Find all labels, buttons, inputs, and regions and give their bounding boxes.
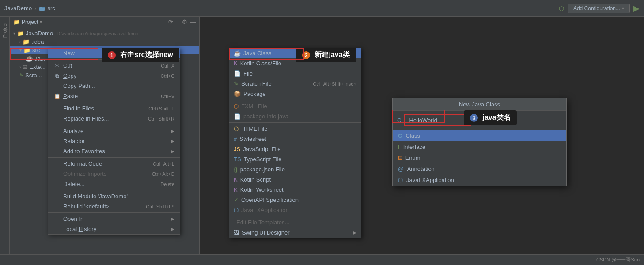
ctx-sep-6 [48, 212, 180, 213]
hide-icon[interactable]: — [190, 19, 196, 25]
submenu-package-left: 📦 Package [234, 91, 266, 97]
ctx-replace-label: Replace in Files... [63, 115, 109, 122]
ctx-reformat-label: Reformat Code [63, 160, 102, 167]
class-name-input[interactable] [406, 116, 468, 125]
submenu-ts-label: TypeScript File [244, 156, 282, 163]
submenu-package-label: Package [243, 91, 266, 97]
submenu-item-swing[interactable]: 🖼 Swing UI Designer ▶ [229, 227, 361, 238]
ctx-copy-left: ⧉ Copy [53, 72, 76, 79]
ctx-item-reformat[interactable]: Reformat Code Ctrl+Alt+L [48, 159, 180, 169]
ctx-optimize-shortcut: Ctrl+Alt+O [152, 171, 174, 177]
submenu-item-kotlin-ws[interactable]: K Kotlin Worksheet [229, 185, 361, 195]
submenu-javafxapp-left: ⬡ JavaFXApplication [234, 207, 289, 213]
dialog-item-javafx[interactable]: ⬡ JavaFXApplication [393, 174, 566, 186]
settings-icon[interactable]: ⚙ [182, 19, 187, 25]
ctx-rebuild-shortcut: Ctrl+Shift+F9 [146, 204, 174, 209]
submenu-html-label: HTML File [241, 125, 267, 132]
ctx-item-paste[interactable]: 📋 Paste Ctrl+V [48, 91, 180, 101]
ctx-refactor-label: Refactor [63, 138, 85, 144]
submenu-file-left: 📄 File [234, 70, 253, 77]
ctx-item-find[interactable]: Find in Files... Ctrl+Shift+F [48, 103, 180, 114]
ctx-paste-label: Paste [63, 93, 78, 99]
tree-item-idea[interactable]: › 📁 .idea [10, 38, 199, 46]
callout-1-text: 右击src选择new [120, 51, 173, 58]
ctx-item-openin[interactable]: Open In ▶ [48, 214, 180, 224]
submenu-item-kotlin-script[interactable]: K Kotlin Script [229, 174, 361, 185]
ctx-item-replace[interactable]: Replace in Files... Ctrl+Shift+R [48, 114, 180, 124]
submenu-scratch-shortcut: Ctrl+Alt+Shift+Insert [313, 81, 356, 87]
add-configuration-button[interactable]: Add Configuration... ▾ [568, 4, 630, 13]
submenu-pkginfo-label: package-info.java [243, 113, 288, 120]
dialog-item-annotation[interactable]: @ Annotation [393, 163, 566, 174]
ctx-sep-4 [48, 157, 180, 158]
external-icon: ⊞ [23, 64, 27, 70]
project-panel-label: Project [2, 23, 8, 38]
idea-folder-icon: 📁 [23, 38, 30, 45]
submenu-css-label: Stylesheet [239, 136, 266, 142]
ctx-item-analyze[interactable]: Analyze ▶ [48, 126, 180, 136]
submenu-item-openapi[interactable]: ✓ OpenAPI Specification [229, 195, 361, 205]
ctx-item-favorites[interactable]: Add to Favorites ▶ [48, 146, 180, 156]
submenu-json-left: {} package.json File [234, 166, 285, 173]
ctx-rebuild-label: Rebuild '<default>' [63, 203, 110, 210]
submenu-fxml-label: FXML File [241, 103, 267, 110]
css-icon: # [234, 136, 237, 142]
collapse-icon[interactable]: ≡ [176, 19, 179, 25]
interface-list-icon: I [398, 144, 400, 150]
sync-icon[interactable]: ⟳ [168, 19, 173, 25]
submenu-item-html[interactable]: ⬡ HTML File [229, 124, 361, 134]
sub-sep-1 [229, 100, 361, 100]
add-config-label: Add Configuration... [573, 5, 620, 11]
ctx-rebuild-left: Rebuild '<default>' [53, 203, 110, 210]
dialog-item-enum[interactable]: E Enum [393, 152, 566, 163]
ctx-sep-5 [48, 190, 180, 190]
credit-text: CSDN @一一哥Sun [596, 257, 640, 263]
ctx-item-build[interactable]: Build Module 'JavaDemo' [48, 191, 180, 201]
submenu-item-scratch[interactable]: ✎ Scratch File Ctrl+Alt+Shift+Insert [229, 79, 361, 89]
ctx-replace-shortcut: Ctrl+Shift+R [148, 116, 174, 121]
file-icon: 📄 [234, 70, 241, 77]
callout-2-text: 新建java类 [314, 51, 349, 58]
run-button[interactable]: ▶ [633, 4, 640, 13]
callout-1: 1 右击src选择new [102, 48, 179, 62]
submenu-item-ts[interactable]: TS TypeScript File [229, 154, 361, 164]
context-menu: New ▶ ✂ Cut Ctrl+X ⧉ Copy Ctrl+C Copy Pa… [48, 48, 180, 235]
tree-item-java-label: Ja... [34, 55, 45, 62]
submenu-openapi-label: OpenAPI Specification [241, 197, 299, 203]
badge-1: 1 [108, 51, 116, 59]
submenu-ktws-label: Kotlin Worksheet [240, 186, 284, 193]
tree-root[interactable]: ▾ 📁 JavaDemo D:\workspace\ideapro\java\J… [10, 29, 199, 38]
ctx-item-delete[interactable]: Delete... Delete [48, 179, 180, 189]
panel-title-label: Project [22, 19, 38, 25]
callout-3-text: java类名 [482, 114, 510, 121]
kotlin-class-icon: K [234, 60, 238, 67]
ctx-copy-label: Copy [63, 72, 76, 79]
badge-2: 2 [302, 51, 310, 59]
ctx-item-rebuild[interactable]: Rebuild '<default>' Ctrl+Shift+F9 [48, 201, 180, 212]
tree-item-external-label: Exte... [29, 64, 45, 70]
javafxapp-icon: ⬡ [234, 207, 239, 213]
submenu-item-package[interactable]: 📦 Package [229, 89, 361, 99]
breadcrumb-sep: › [34, 6, 36, 11]
submenu-item-js[interactable]: JS JavaScript File [229, 144, 361, 154]
submenu-item-css[interactable]: # Stylesheet [229, 134, 361, 144]
submenu-arrow-analyze: ▶ [171, 129, 174, 133]
dialog-item-class[interactable]: C Class [393, 130, 566, 141]
ctx-item-copy[interactable]: ⧉ Copy Ctrl+C [48, 71, 180, 81]
ts-icon: TS [234, 156, 241, 163]
ctx-optimize-label: Optimize Imports [63, 170, 106, 177]
dialog-item-enum-label: Enum [405, 155, 420, 161]
ctx-item-copy-path[interactable]: Copy Path... [48, 81, 180, 91]
dialog-item-interface[interactable]: I Interface [393, 141, 566, 152]
submenu-item-json[interactable]: {} package.json File [229, 164, 361, 174]
sub-sep-3 [229, 216, 361, 216]
ctx-item-refactor[interactable]: Refactor ▶ [48, 136, 180, 146]
submenu-scratch-left: ✎ Scratch File [234, 80, 272, 87]
ctx-build-label: Build Module 'JavaDemo' [63, 193, 128, 200]
submenu-item-file[interactable]: 📄 File [229, 68, 361, 79]
html-icon: ⬡ [234, 125, 239, 132]
submenu-js-label: JavaScript File [243, 146, 280, 152]
ctx-item-localhistory[interactable]: Local History ▶ [48, 224, 180, 234]
submenu-arrow-favorites: ▶ [171, 149, 174, 154]
kotlin-icon: ⬡ [559, 5, 564, 12]
